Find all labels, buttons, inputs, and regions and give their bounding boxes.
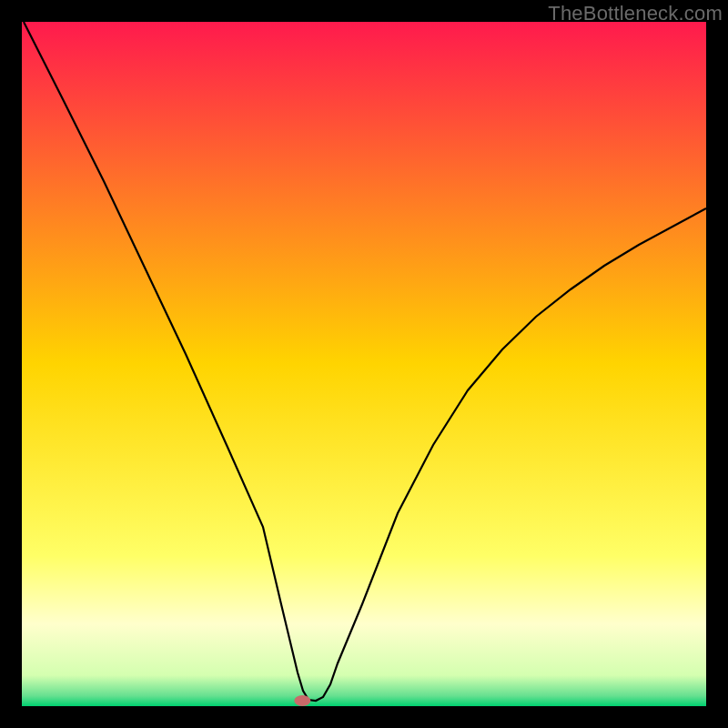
- chart-svg: [22, 22, 706, 706]
- plot-background: [22, 22, 706, 706]
- chart-frame: [22, 22, 706, 706]
- minimum-marker: [294, 695, 310, 706]
